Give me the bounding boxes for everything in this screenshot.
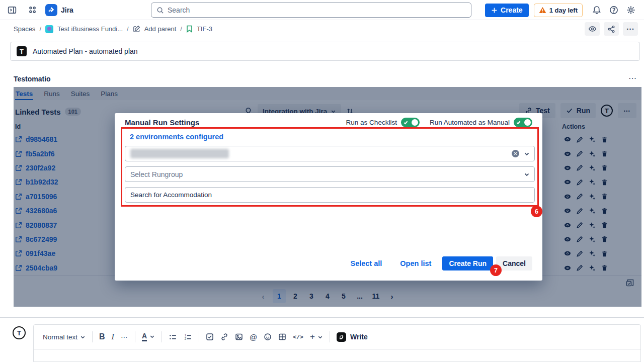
rungroup-select[interactable]: Select Rungroup [125,166,535,182]
environment-select[interactable]: ✕ [125,146,535,161]
manual-run-settings-modal: Manual Run Settings Run as Checklist Run… [115,113,542,281]
space-avatar [45,25,53,33]
link-button[interactable] [220,333,228,341]
annotation-highlight-box: 2 environments configured ✕ Select Rungr… [121,127,539,207]
app-switcher-icon[interactable] [25,3,39,17]
search-input[interactable] [168,6,466,14]
mention-button[interactable]: @ [250,333,257,341]
rungroup-placeholder: Select Rungroup [130,170,183,178]
bookmark-icon [186,25,193,33]
table-button[interactable] [278,333,286,341]
cancel-button[interactable]: Cancel [496,256,532,270]
help-icon[interactable] [607,3,621,17]
task-list-button[interactable] [206,333,214,341]
select-all-link[interactable]: Select all [350,259,382,267]
annotation-step-6: 6 [531,206,542,217]
open-list-link[interactable]: Open list [400,259,431,267]
share-button[interactable] [604,22,619,36]
run-automated-as-manual-label: Run Automated as Manual [430,119,510,126]
run-as-checklist-label: Run as Checklist [346,119,397,126]
numbered-list-button[interactable]: 1 2 [184,333,192,341]
testomatio-logo-icon: T [17,46,27,56]
breadcrumb: Spaces / Test iBusiness Fundi... / Add p… [0,25,212,33]
breadcrumb-space-name[interactable]: Test iBusiness Fundi... [57,25,123,33]
jira-logo-icon [45,4,57,16]
comment-editor[interactable]: Normal text B I ⋯ A 1 2 [33,324,641,362]
run-title-value: Search for Accommodation [130,191,212,199]
svg-text:2: 2 [185,336,187,340]
search-icon [156,7,164,14]
bold-button[interactable]: B [99,332,105,341]
breadcrumb-spaces[interactable]: Spaces [14,25,35,33]
trial-countdown-badge[interactable]: 1 day left [534,4,583,17]
widget-section-title: Testomatio [14,75,51,83]
create-run-button[interactable]: Create Run [442,256,493,270]
watch-button[interactable] [585,22,600,36]
text-style-dropdown[interactable]: Normal text [43,333,86,341]
text-format-more-button[interactable]: ⋯ [121,333,128,341]
section-divider [0,317,644,318]
run-title-input[interactable]: Search for Accommodation [125,187,535,203]
smart-link-card[interactable]: T Automated Plan - automated plan [10,42,640,61]
jira-home-link[interactable]: Jira [45,4,73,16]
app-name: Jira [61,6,73,14]
bullet-list-button[interactable] [169,333,177,341]
environments-configured-link[interactable]: 2 environments configured [130,133,223,141]
clear-selection-icon[interactable]: ✕ [512,150,519,157]
sidebar-toggle-icon[interactable] [5,3,19,17]
run-automated-as-manual-toggle[interactable] [514,118,532,127]
run-as-checklist-toggle[interactable] [401,118,420,127]
breadcrumb-row: Spaces / Test iBusiness Fundi... / Add p… [0,21,644,37]
breadcrumb-issue-key[interactable]: TIF-3 [197,25,212,33]
chevron-down-icon[interactable] [524,171,530,177]
testomatio-widget: TestsRunsSuitesPlans Linked Tests 101 In… [14,87,641,307]
redacted-environment-value [130,149,229,158]
ai-write-button[interactable]: Write [337,332,368,342]
modal-title: Manual Run Settings [125,118,199,127]
chevron-down-icon[interactable] [524,151,530,157]
edit-icon [133,25,140,33]
user-avatar: T [13,326,26,339]
global-search[interactable] [151,3,471,18]
rovo-logo-icon [337,332,346,342]
code-block-button[interactable]: </> [293,334,303,340]
image-button[interactable] [235,333,243,341]
insert-more-button[interactable]: + [310,332,323,342]
warning-icon [539,7,546,14]
notifications-icon[interactable] [590,3,604,17]
plan-card-title[interactable]: Automated Plan - automated plan [33,47,138,55]
editor-toolbar: Normal text B I ⋯ A 1 2 [34,325,640,349]
italic-button[interactable]: I [112,332,114,341]
widget-more-icon[interactable]: ⋯ [628,73,637,83]
breadcrumb-add-parent[interactable]: Add parent [144,25,177,33]
settings-gear-icon[interactable] [624,3,638,17]
annotation-step-7: 7 [490,264,502,276]
more-actions-button[interactable]: ⋯ [623,22,638,36]
create-button[interactable]: Create [485,4,529,17]
text-color-button[interactable]: A [142,332,155,341]
emoji-button[interactable] [264,333,272,341]
top-navigation-bar: Jira Create 1 day left [0,0,644,20]
